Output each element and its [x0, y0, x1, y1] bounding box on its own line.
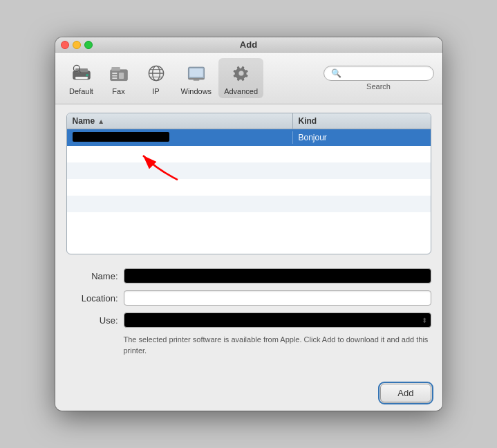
add-printer-window: Add: [55, 37, 442, 411]
toolbar-item-windows-label: Windows: [181, 87, 212, 95]
toolbar-item-advanced-label: Advanced: [224, 87, 258, 95]
helper-text: The selected printer software is availab…: [124, 335, 431, 356]
table-header-kind-label: Kind: [299, 116, 317, 126]
table-cell-name: [67, 131, 292, 145]
form-row-use: Use: ⬍: [66, 312, 431, 328]
svg-rect-2: [75, 77, 88, 79]
name-input[interactable]: [124, 268, 431, 283]
toolbar-item-fax-label: Fax: [112, 87, 124, 95]
bottom-bar: Add: [55, 378, 442, 411]
maximize-button[interactable]: [84, 41, 93, 49]
toolbar-item-windows[interactable]: Windows: [176, 58, 218, 98]
toolbar-buttons: Default Fax: [64, 58, 264, 98]
form-section: Name: Location: Use: ⬍ The selected prin…: [66, 265, 431, 367]
toolbar-item-fax[interactable]: Fax: [101, 58, 137, 98]
search-icon: 🔍: [331, 68, 341, 78]
fax-icon: [106, 61, 131, 86]
svg-point-3: [86, 74, 88, 77]
table-header-name-label: Name: [73, 116, 95, 126]
window-title: Add: [240, 39, 257, 50]
add-button[interactable]: Add: [380, 384, 431, 402]
redacted-name: [73, 132, 169, 142]
svg-rect-18: [189, 68, 203, 77]
windows-icon: [184, 61, 209, 86]
toolbar-item-default-label: Default: [69, 87, 93, 95]
form-label-name: Name:: [66, 271, 118, 281]
table-header: Name ▲ Kind: [67, 113, 431, 129]
table-header-kind[interactable]: Kind: [292, 113, 431, 129]
search-container: 🔍 Search: [323, 66, 434, 91]
sort-arrow-icon: ▲: [97, 118, 104, 125]
close-button[interactable]: [61, 41, 69, 49]
svg-rect-9: [112, 75, 117, 77]
title-bar: Add: [55, 37, 442, 53]
search-label: Search: [366, 82, 391, 91]
svg-rect-20: [193, 80, 199, 81]
form-label-location: Location:: [66, 293, 118, 304]
form-row-location: Location:: [66, 290, 431, 306]
use-select-container: ⬍: [124, 312, 431, 328]
advanced-gear-icon: [229, 61, 254, 86]
toolbar-item-ip-label: IP: [152, 87, 159, 95]
toolbar-item-default[interactable]: Default: [64, 58, 100, 98]
table-row-empty-4: [67, 196, 431, 212]
printer-default-icon: [69, 61, 94, 86]
printer-table: Name ▲ Kind Bonjour: [66, 113, 431, 254]
form-label-use: Use:: [66, 315, 118, 326]
svg-rect-7: [111, 67, 120, 71]
table-body: Bonjour: [67, 129, 431, 254]
location-input[interactable]: [124, 290, 431, 306]
svg-rect-8: [112, 73, 117, 74]
content-area: Name ▲ Kind Bonjour: [55, 104, 442, 378]
search-input[interactable]: [344, 68, 426, 78]
table-row-empty-1: [67, 146, 431, 162]
search-bar[interactable]: 🔍: [323, 66, 434, 81]
form-row-name: Name:: [66, 268, 431, 283]
ip-icon: [144, 61, 169, 86]
traffic-lights: [61, 41, 93, 49]
table-row-empty-5: [67, 212, 431, 229]
use-select[interactable]: [124, 312, 431, 328]
table-cell-kind: Bonjour: [292, 131, 431, 144]
toolbar-item-ip[interactable]: IP: [138, 58, 174, 98]
minimize-button[interactable]: [73, 41, 81, 49]
table-row-empty-3: [67, 179, 431, 196]
svg-rect-10: [112, 77, 117, 79]
toolbar: Default Fax: [55, 53, 442, 104]
svg-point-21: [238, 71, 243, 76]
svg-rect-11: [119, 73, 124, 79]
table-row[interactable]: Bonjour: [67, 129, 431, 146]
svg-rect-19: [188, 78, 204, 80]
toolbar-item-advanced[interactable]: Advanced: [218, 58, 263, 98]
table-header-name[interactable]: Name ▲: [67, 113, 292, 129]
table-row-empty-2: [67, 162, 431, 179]
